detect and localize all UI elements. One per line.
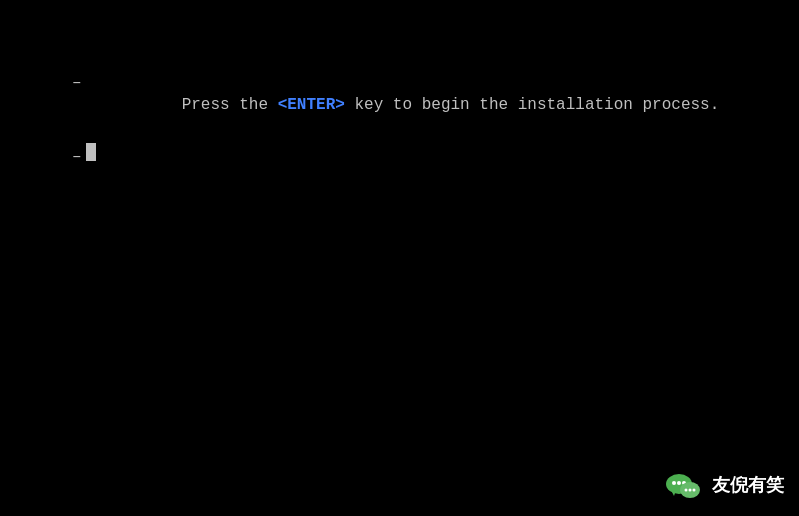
watermark-label: 友倪有笑 xyxy=(712,473,784,498)
enter-key-highlight: <ENTER> xyxy=(278,96,345,114)
terminal-cursor xyxy=(86,143,96,161)
svg-point-2 xyxy=(677,481,681,485)
press-text: Press the <ENTER> key to begin the insta… xyxy=(86,72,720,139)
watermark: 友倪有笑 xyxy=(664,466,784,506)
svg-point-1 xyxy=(672,481,676,485)
svg-point-7 xyxy=(693,489,696,492)
svg-point-6 xyxy=(689,489,692,492)
terminal-content: – Press the <ENTER> key to begin the ins… xyxy=(72,72,719,171)
cursor-dash: – xyxy=(72,146,82,168)
terminal-screen: – Press the <ENTER> key to begin the ins… xyxy=(0,0,799,516)
wechat-icon xyxy=(664,466,704,506)
instruction-line: – Press the <ENTER> key to begin the ins… xyxy=(72,72,719,139)
cursor-line: – xyxy=(72,143,719,168)
dash-symbol: – xyxy=(72,72,82,94)
svg-point-5 xyxy=(685,489,688,492)
